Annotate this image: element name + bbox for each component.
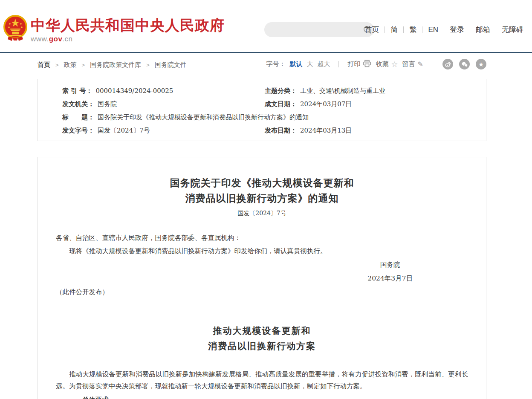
wechat-share-icon[interactable]	[459, 59, 470, 69]
public-release-note: （此件公开发布）	[56, 287, 468, 297]
nav-english[interactable]: EN	[428, 26, 438, 34]
meta-agency: 发文机关： 国务院	[38, 100, 265, 108]
breadcrumb-separator: >	[146, 62, 150, 68]
font-size-default-button[interactable]: 默认	[289, 60, 302, 68]
breadcrumb-home[interactable]: 首页	[38, 61, 50, 69]
document-metadata-box: 索 引 号： 000014349/2024-00025 主题分类： 工业、交通\…	[38, 79, 486, 141]
document-content-box: 国务院关于印发《推动大规模设备更新和 消费品以旧换新行动方案》的通知 国发〔20…	[38, 157, 486, 399]
meta-row-4: 发文字号： 国发〔2024〕7号 发布日期： 2024年03月13日	[38, 124, 486, 137]
top-nav: 首页 简 繁 EN 登录 邮箱 无障碍	[364, 25, 523, 35]
comment-label: 留言	[402, 60, 415, 68]
meta-title-value: 国务院关于印发《推动大规模设备更新和消费品以旧换新行动方案》的通知	[98, 113, 309, 121]
document-title-line1: 国务院关于印发《推动大规模设备更新和	[56, 175, 468, 191]
font-size-xlarge-button[interactable]: 超大	[317, 60, 330, 68]
printer-icon	[363, 60, 371, 69]
meta-title-label: 标 题：	[62, 113, 94, 121]
qzone-share-icon[interactable]: ★	[476, 59, 486, 69]
url-gov: gov	[49, 35, 63, 43]
meta-pub-date-label: 发布日期：	[265, 127, 297, 135]
breadcrumb: 首页 > 政策 > 国务院政策文件库 > 国务院文件	[38, 61, 187, 69]
meta-written-date-label: 成文日期：	[265, 100, 297, 108]
breadcrumb-separator: >	[82, 62, 85, 68]
section-1-heading: 一、总体要求	[56, 395, 468, 399]
meta-topic-value: 工业、交通\机械制造与重工业	[300, 87, 385, 95]
breadcrumb-policy[interactable]: 政策	[64, 61, 77, 69]
nav-login[interactable]: 登录	[450, 25, 464, 35]
meta-row-1: 索 引 号： 000014349/2024-00025 主题分类： 工业、交通\…	[38, 84, 486, 98]
signer: 国务院	[367, 260, 413, 269]
site-header: 中华人民共和国中央人民政府 www.gov.cn 首页 简 繁 EN 登录 邮箱…	[0, 0, 532, 53]
document-title: 国务院关于印发《推动大规模设备更新和 消费品以旧换新行动方案》的通知	[56, 175, 468, 206]
breadcrumb-state-council-docs[interactable]: 国务院文件	[155, 61, 187, 69]
meta-pub-date-value: 2024年03月13日	[300, 127, 352, 135]
toolbar-divider	[338, 61, 339, 67]
meta-index-label: 索 引 号：	[62, 87, 92, 95]
sign-date: 2024年3月7日	[367, 274, 413, 283]
meta-topic-label: 主题分类：	[265, 87, 297, 95]
nav-divider	[385, 26, 385, 33]
page: 中华人民共和国中央人民政府 www.gov.cn 首页 简 繁 EN 登录 邮箱…	[0, 0, 532, 399]
meta-written-date: 成文日期： 2024年03月07日	[265, 100, 486, 108]
breadcrumb-toolbar-row: 首页 > 政策 > 国务院政策文件库 > 国务院文件 字号： 默认 大 超大 打…	[0, 53, 532, 77]
document-title-line2: 消费品以旧换新行动方案》的通知	[56, 191, 468, 206]
plan-title: 推动大规模设备更新和 消费品以旧换新行动方案	[56, 323, 468, 354]
meta-agency-value: 国务院	[98, 100, 117, 108]
nav-simplified[interactable]: 简	[390, 25, 398, 35]
nav-divider	[444, 26, 444, 33]
nav-divider	[422, 26, 422, 33]
meta-topic: 主题分类： 工业、交通\机械制造与重工业	[265, 87, 486, 95]
url-cn: .cn	[62, 35, 72, 43]
meta-row-3: 标 题： 国务院关于印发《推动大规模设备更新和消费品以旧换新行动方案》的通知	[38, 111, 486, 124]
paragraph-1: 现将《推动大规模设备更新和消费品以旧换新行动方案》印发给你们，请认真贯彻执行。	[56, 246, 468, 256]
print-button[interactable]: 打印	[347, 60, 371, 69]
comment-button[interactable]: 留言 ✎	[402, 60, 423, 68]
favorite-button[interactable]: 收藏 ☆	[376, 60, 398, 68]
page-toolbar: 字号： 默认 大 超大 打印 收藏 ☆ 留言	[266, 59, 486, 69]
meta-index: 索 引 号： 000014349/2024-00025	[38, 87, 265, 95]
signature-block: 国务院 2024年3月7日	[56, 260, 413, 283]
qzone-star-glyph: ★	[478, 61, 484, 67]
nav-divider	[403, 26, 404, 33]
nav-divider	[470, 26, 470, 33]
meta-doc-no: 发文字号： 国发〔2024〕7号	[38, 127, 265, 135]
search-input[interactable]	[264, 22, 360, 37]
breadcrumb-policy-library[interactable]: 国务院政策文件库	[90, 61, 141, 69]
star-icon: ☆	[391, 61, 398, 68]
document-body: 各省、自治区、直辖市人民政府，国务院各部委、各直属机构： 现将《推动大规模设备更…	[56, 233, 468, 399]
meta-doc-no-label: 发文字号：	[62, 127, 94, 135]
site-identity: 中华人民共和国中央人民政府 www.gov.cn	[31, 17, 225, 43]
meta-written-date-value: 2024年03月07日	[300, 100, 352, 108]
nav-accessibility[interactable]: 无障碍	[502, 25, 523, 35]
search-box[interactable]	[264, 22, 374, 37]
nav-divider	[496, 26, 496, 33]
toolbar-divider	[432, 61, 432, 67]
national-emblem-logo[interactable]	[3, 14, 28, 42]
meta-index-value: 000014349/2024-00025	[95, 87, 173, 95]
print-label: 打印	[347, 60, 360, 68]
plan-intro-paragraph: 推动大规模设备更新和消费品以旧换新是加快构建新发展格局、推动高质量发展的重要举措…	[56, 368, 468, 392]
font-size-large-button[interactable]: 大	[306, 60, 313, 68]
pencil-icon: ✎	[418, 61, 423, 68]
nav-mail[interactable]: 邮箱	[476, 25, 490, 35]
font-size-label: 字号：	[266, 60, 285, 68]
site-title: 中华人民共和国中央人民政府	[31, 17, 225, 33]
url-www: www.	[31, 35, 49, 43]
meta-doc-no-value: 国发〔2024〕7号	[98, 127, 150, 135]
nav-home[interactable]: 首页	[364, 25, 379, 35]
meta-row-2: 发文机关： 国务院 成文日期： 2024年03月07日	[38, 98, 486, 111]
plan-title-line2: 消费品以旧换新行动方案	[56, 338, 468, 354]
weibo-share-icon[interactable]	[442, 59, 453, 69]
nav-traditional[interactable]: 繁	[409, 25, 416, 35]
favorite-label: 收藏	[376, 60, 388, 68]
document-number: 国发〔2024〕7号	[56, 208, 468, 218]
plan-title-line1: 推动大规模设备更新和	[56, 323, 468, 338]
breadcrumb-separator: >	[55, 62, 59, 68]
site-url: www.gov.cn	[31, 35, 225, 43]
meta-pub-date: 发布日期： 2024年03月13日	[265, 127, 486, 135]
meta-title: 标 题： 国务院关于印发《推动大规模设备更新和消费品以旧换新行动方案》的通知	[38, 113, 486, 121]
salutation: 各省、自治区、直辖市人民政府，国务院各部委、各直属机构：	[56, 233, 468, 243]
meta-agency-label: 发文机关：	[62, 100, 94, 108]
